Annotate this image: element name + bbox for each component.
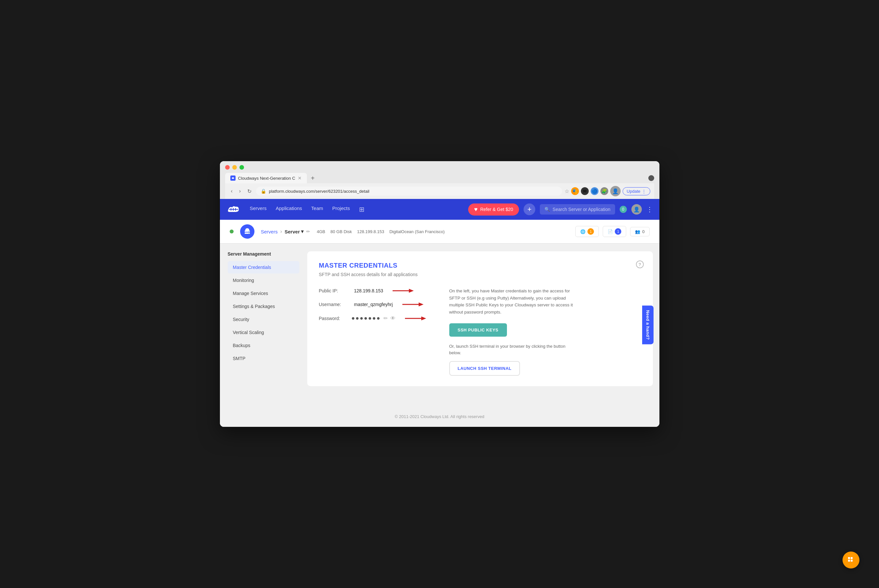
nav-servers[interactable]: Servers bbox=[250, 206, 267, 213]
sidebar-section-title: Server Management bbox=[228, 251, 299, 256]
update-chevron: ⋮ bbox=[642, 189, 646, 194]
sidebar-item-backups[interactable]: Backups bbox=[228, 339, 299, 352]
content-panel: ? MASTER CREDENTIALS SFTP and SSH access… bbox=[307, 251, 653, 386]
lock-icon: 🔒 bbox=[261, 189, 266, 194]
server-disk: 80 GB Disk bbox=[331, 229, 352, 234]
new-tab-button[interactable]: + bbox=[308, 173, 317, 183]
username-row: Username: master_qzmgfeyhrj bbox=[319, 301, 430, 308]
sidebar-item-manage-services[interactable]: Manage Services bbox=[228, 287, 299, 300]
tab-title: Cloudways Next-Generation C bbox=[238, 176, 296, 181]
ext-icon-1: 🎭 bbox=[571, 187, 579, 195]
tab-favicon bbox=[230, 176, 236, 181]
traffic-light-green[interactable] bbox=[239, 165, 244, 170]
browser-tab[interactable]: Cloudways Next-Generation C ✕ bbox=[225, 173, 307, 183]
notification-badge[interactable]: 0 bbox=[620, 206, 627, 213]
www-icon: 🌐 bbox=[580, 229, 586, 234]
username-label: Username: bbox=[319, 302, 352, 307]
nav-dots-menu[interactable]: ⋮ bbox=[646, 206, 653, 213]
refer-button[interactable]: ♥ Refer & Get $20 bbox=[468, 204, 519, 216]
username-arrow bbox=[401, 301, 424, 308]
public-ip-label: Public IP: bbox=[319, 288, 352, 293]
update-button[interactable]: Update ⋮ bbox=[623, 187, 650, 195]
add-button[interactable]: + bbox=[524, 204, 535, 215]
files-icon: 📄 bbox=[608, 229, 613, 234]
panel-subtitle: SFTP and SSH access details for all appl… bbox=[319, 272, 641, 277]
servers-breadcrumb-link[interactable]: Servers bbox=[261, 229, 278, 234]
nav-links: Servers Applications Team Projects ⊞ bbox=[250, 206, 365, 213]
search-box[interactable]: 🔍 Search Server or Application bbox=[540, 204, 615, 214]
server-provider: DigitalOcean (San Francisco) bbox=[389, 229, 445, 234]
need-a-hand-tab[interactable]: Need a hand? bbox=[642, 305, 654, 344]
sidebar: Server Management Master Credentials Mon… bbox=[228, 251, 299, 399]
svg-marker-7 bbox=[419, 303, 424, 306]
back-button[interactable]: ‹ bbox=[229, 187, 234, 195]
server-size: 4GB bbox=[317, 229, 325, 234]
server-status-indicator bbox=[230, 230, 234, 234]
nav-team[interactable]: Team bbox=[311, 206, 323, 213]
breadcrumb: Servers › Server ▾ ✏ bbox=[261, 228, 311, 234]
sidebar-item-settings-packages[interactable]: Settings & Packages bbox=[228, 300, 299, 312]
chevron-down-icon: ▾ bbox=[301, 228, 304, 234]
svg-rect-12 bbox=[848, 560, 850, 562]
nav-logo[interactable] bbox=[227, 205, 240, 214]
sidebar-item-vertical-scaling[interactable]: Vertical Scaling bbox=[228, 326, 299, 339]
sidebar-item-security[interactable]: Security bbox=[228, 313, 299, 326]
tab-close-button[interactable]: ✕ bbox=[298, 176, 302, 181]
www-count: 1 bbox=[588, 228, 594, 235]
password-field: ●●●●●●● ✏ 👁 bbox=[352, 315, 395, 322]
nav-projects[interactable]: Projects bbox=[332, 206, 350, 213]
search-icon: 🔍 bbox=[544, 207, 550, 212]
ext-icon-2: ✉ bbox=[581, 187, 589, 195]
reload-button[interactable]: ↻ bbox=[245, 187, 254, 196]
user-profile-icon[interactable]: 👤 bbox=[610, 186, 621, 196]
svg-point-3 bbox=[249, 233, 249, 234]
right-description: On the left, you have Master credentials… bbox=[449, 288, 573, 315]
password-label: Password: bbox=[319, 316, 352, 321]
edit-password-icon[interactable]: ✏ bbox=[383, 315, 388, 321]
traffic-light-yellow[interactable] bbox=[232, 165, 237, 170]
server-icon bbox=[240, 224, 254, 238]
apps-grid-icon[interactable]: ⊞ bbox=[359, 206, 365, 213]
sidebar-item-monitoring[interactable]: Monitoring bbox=[228, 274, 299, 286]
www-badge[interactable]: 🌐 1 bbox=[575, 226, 599, 237]
browser-menu-icon bbox=[648, 175, 654, 181]
users-badge[interactable]: 👥 0 bbox=[630, 227, 649, 236]
or-launch-text: Or, launch SSH terminal in your browser … bbox=[449, 343, 573, 356]
server-info-bar: Servers › Server ▾ ✏ 4GB 80 GB Disk 128.… bbox=[220, 220, 660, 243]
users-count: 0 bbox=[642, 229, 645, 234]
svg-rect-10 bbox=[848, 557, 850, 559]
server-name-button[interactable]: Server ▾ bbox=[285, 228, 304, 234]
users-icon: 👥 bbox=[635, 229, 640, 234]
ssh-public-keys-button[interactable]: SSH PUBLIC KEYS bbox=[449, 323, 507, 337]
edit-server-name-icon[interactable]: ✏ bbox=[306, 229, 310, 234]
bookmark-button[interactable]: ☆ bbox=[565, 188, 569, 194]
nav-user-avatar[interactable]: 👤 bbox=[631, 204, 642, 214]
panel-title: MASTER CREDENTIALS bbox=[319, 262, 641, 269]
password-dots: ●●●●●●● bbox=[352, 315, 381, 322]
sidebar-item-master-credentials[interactable]: Master Credentials bbox=[228, 261, 299, 273]
address-bar[interactable]: 🔒 platform.cloudways.com/server/623201/a… bbox=[256, 186, 562, 196]
floating-action-button[interactable] bbox=[843, 552, 859, 568]
breadcrumb-separator: › bbox=[280, 228, 282, 234]
credentials-right: On the left, you have Master credentials… bbox=[449, 288, 573, 376]
password-row: Password: ●●●●●●● ✏ 👁 bbox=[319, 315, 430, 322]
ext-icon-4: 🧩 bbox=[600, 187, 608, 195]
address-text: platform.cloudways.com/server/623201/acc… bbox=[269, 189, 557, 194]
server-ip: 128.199.8.153 bbox=[357, 229, 384, 234]
help-icon[interactable]: ? bbox=[636, 261, 644, 268]
sidebar-menu: Master Credentials Monitoring Manage Ser… bbox=[228, 261, 299, 364]
footer-text: © 2011-2021 Cloudways Ltd. All rights re… bbox=[395, 414, 484, 419]
sidebar-item-smtp[interactable]: SMTP bbox=[228, 352, 299, 364]
svg-marker-9 bbox=[421, 316, 426, 320]
nav-applications[interactable]: Applications bbox=[276, 206, 302, 213]
page-footer: © 2011-2021 Cloudways Ltd. All rights re… bbox=[220, 406, 660, 427]
main-layout: Server Management Master Credentials Mon… bbox=[220, 243, 660, 406]
public-ip-arrow bbox=[391, 288, 414, 294]
traffic-light-red[interactable] bbox=[225, 165, 230, 170]
ext-icon-3: 🔵 bbox=[591, 187, 598, 195]
launch-ssh-terminal-button[interactable]: LAUNCH SSH TERMINAL bbox=[449, 361, 520, 376]
svg-marker-5 bbox=[409, 289, 414, 293]
forward-button[interactable]: › bbox=[237, 187, 243, 195]
show-password-icon[interactable]: 👁 bbox=[390, 315, 395, 321]
files-badge[interactable]: 📄 1 bbox=[603, 226, 626, 237]
